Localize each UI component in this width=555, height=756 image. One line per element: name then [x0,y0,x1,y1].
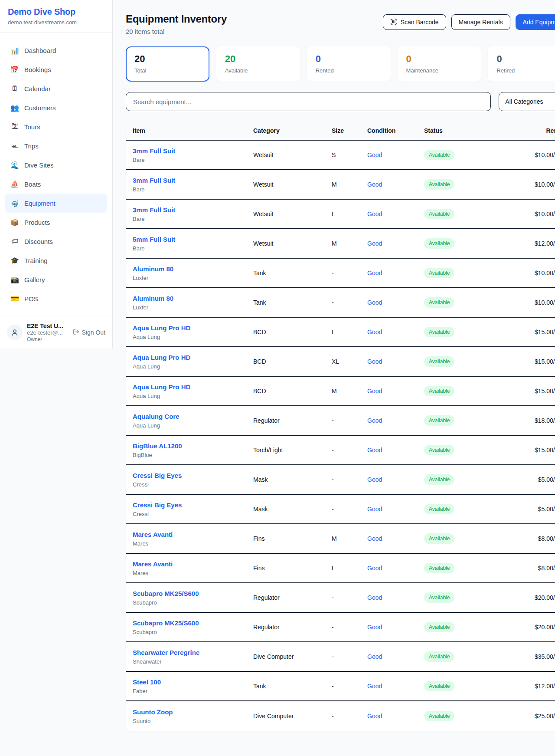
item-condition-link[interactable]: Good [367,181,382,188]
item-brand: Bare [133,216,253,222]
item-rental: $20.00/day [535,594,555,601]
item-condition-link[interactable]: Good [367,594,382,601]
sidebar-item-bookings[interactable]: 📅 Bookings [5,60,107,79]
sidebar-item-calendar[interactable]: 🗓 Calendar [5,79,107,98]
item-name-link[interactable]: Steel 100 [133,678,161,686]
category-filter-select[interactable]: All Categories [499,92,555,111]
item-name-link[interactable]: Mares Avanti [133,560,173,568]
table-row[interactable]: Aluminum 80 Luxfer Tank - Good Available… [126,288,555,318]
table-row[interactable]: 3mm Full Suit Bare Wetsuit M Good Availa… [126,170,555,200]
table-row[interactable]: Suunto Zoop Suunto Dive Computer - Good … [126,701,555,731]
sidebar-item-boats[interactable]: ⛵ Boats [5,174,107,194]
manage-rentals-button[interactable]: Manage Rentals [451,14,510,30]
item-condition-link[interactable]: Good [367,358,382,365]
item-name-link[interactable]: Scubapro MK25/S600 [133,619,199,627]
table-row[interactable]: 3mm Full Suit Bare Wetsuit L Good Availa… [126,200,555,229]
table-row[interactable]: Shearwater Peregrine Shearwater Dive Com… [126,642,555,672]
item-name-link[interactable]: Aqua Lung Pro HD [133,324,190,332]
item-condition-link[interactable]: Good [367,299,382,306]
item-name-link[interactable]: Scubapro MK25/S600 [133,590,199,597]
sidebar-item-discounts[interactable]: 🏷 Discounts [5,232,107,251]
item-name-link[interactable]: Aqualung Core [133,413,180,420]
item-name-link[interactable]: 3mm Full Suit [133,177,175,184]
stat-card-retired[interactable]: 0 Retired [488,46,555,82]
stats-row: 20 Total 20 Available 0 Rented 0 Mainten… [126,46,555,82]
item-cell: 3mm Full Suit Bare [133,206,253,222]
table-row[interactable]: Cressi Big Eyes Cressi Mask - Good Avail… [126,495,555,524]
table-row[interactable]: Mares Avanti Mares Fins L Good Available… [126,554,555,583]
item-condition-link[interactable]: Good [367,388,382,394]
item-condition-link[interactable]: Good [367,417,382,424]
sidebar-item-trips[interactable]: 🛥 Trips [5,136,107,155]
stat-card-available[interactable]: 20 Available [216,46,300,82]
sidebar-item-equipment[interactable]: 🤿 Equipment [5,194,107,213]
item-name-link[interactable]: 3mm Full Suit [133,147,175,154]
table-row[interactable]: BigBlue AL1200 BigBlue Torch/Light - Goo… [126,436,555,465]
item-cell: Suunto Zoop Suunto [133,708,253,724]
item-name-link[interactable]: Aqua Lung Pro HD [133,354,190,361]
item-condition-link[interactable]: Good [367,565,382,572]
item-condition-link[interactable]: Good [367,713,382,720]
table-row[interactable]: Steel 100 Faber Tank - Good Available $1… [126,672,555,701]
item-condition-link[interactable]: Good [367,210,382,217]
item-name-link[interactable]: Mares Avanti [133,531,173,538]
table-row[interactable]: Mares Avanti Mares Fins M Good Available… [126,524,555,554]
sidebar-item-products[interactable]: 📦 Products [5,213,107,232]
table-row[interactable]: 3mm Full Suit Bare Wetsuit S Good Availa… [126,141,555,170]
item-name-link[interactable]: Suunto Zoop [133,708,173,716]
item-condition-link[interactable]: Good [367,653,382,660]
item-name-link[interactable]: Aluminum 80 [133,295,173,302]
table-row[interactable]: Aqualung Core Aqua Lung Regulator - Good… [126,406,555,436]
item-condition-link[interactable]: Good [367,329,382,335]
table-row[interactable]: Aqua Lung Pro HD Aqua Lung BCD L Good Av… [126,318,555,347]
table-row[interactable]: Scubapro MK25/S600 Scubapro Regulator - … [126,613,555,642]
stat-card-rented[interactable]: 0 Rented [307,46,391,82]
item-condition-link[interactable]: Good [367,535,382,542]
table-row[interactable]: Scubapro MK25/S600 Scubapro Regulator - … [126,583,555,613]
item-size: - [332,713,367,720]
item-name-link[interactable]: Aqua Lung Pro HD [133,383,190,391]
add-equipment-button[interactable]: Add Equipment [516,14,555,30]
sidebar-item-customers[interactable]: 👥 Customers [5,98,107,117]
item-name-link[interactable]: Cressi Big Eyes [133,501,182,509]
item-condition-link[interactable]: Good [367,506,382,513]
table-row[interactable]: 5mm Full Suit Bare Wetsuit M Good Availa… [126,229,555,259]
item-condition-link[interactable]: Good [367,683,382,690]
item-size: L [332,210,367,217]
status-badge: Available [424,504,454,514]
item-name-link[interactable]: BigBlue AL1200 [133,442,182,450]
sign-out-button[interactable]: Sign Out [73,329,105,336]
table-row[interactable]: Aqua Lung Pro HD Aqua Lung BCD XL Good A… [126,347,555,377]
item-size: M [332,535,367,542]
brand-domain: demo.test.divestreams.com [8,19,104,26]
sidebar-item-gallery[interactable]: 📸 Gallery [5,270,107,289]
stat-card-total[interactable]: 20 Total [126,46,209,82]
item-condition-link[interactable]: Good [367,151,382,158]
stat-card-maintenance[interactable]: 0 Maintenance [398,46,481,82]
item-name-link[interactable]: 5mm Full Suit [133,236,175,243]
item-size: - [332,506,367,513]
item-condition-link[interactable]: Good [367,240,382,247]
barcode-scan-icon [390,18,397,26]
item-condition-link[interactable]: Good [367,447,382,454]
item-name-link[interactable]: Aluminum 80 [133,265,173,273]
search-input[interactable] [126,92,491,111]
sidebar-item-tours[interactable]: 🏝 Tours [5,117,107,136]
item-name-link[interactable]: Shearwater Peregrine [133,649,199,656]
table-row[interactable]: Aluminum 80 Luxfer Tank - Good Available… [126,259,555,288]
sidebar-item-dive-sites[interactable]: 🌊 Dive Sites [5,155,107,174]
table-row[interactable]: Aqua Lung Pro HD Aqua Lung BCD M Good Av… [126,377,555,406]
column-header-item: Item [133,127,253,134]
item-rental: $5.00/day [535,476,555,483]
sidebar-item-dashboard[interactable]: 📊 Dashboard [5,41,107,60]
item-condition-link[interactable]: Good [367,624,382,631]
brand-title[interactable]: Demo Dive Shop [8,7,104,17]
scan-barcode-button[interactable]: Scan Barcode [383,14,446,30]
item-name-link[interactable]: 3mm Full Suit [133,206,175,214]
sidebar-item-pos[interactable]: 💳 POS [5,289,107,308]
sidebar-item-training[interactable]: 🎓 Training [5,251,107,270]
item-name-link[interactable]: Cressi Big Eyes [133,472,182,479]
item-condition-link[interactable]: Good [367,270,382,276]
item-condition-link[interactable]: Good [367,476,382,483]
table-row[interactable]: Cressi Big Eyes Cressi Mask - Good Avail… [126,465,555,495]
